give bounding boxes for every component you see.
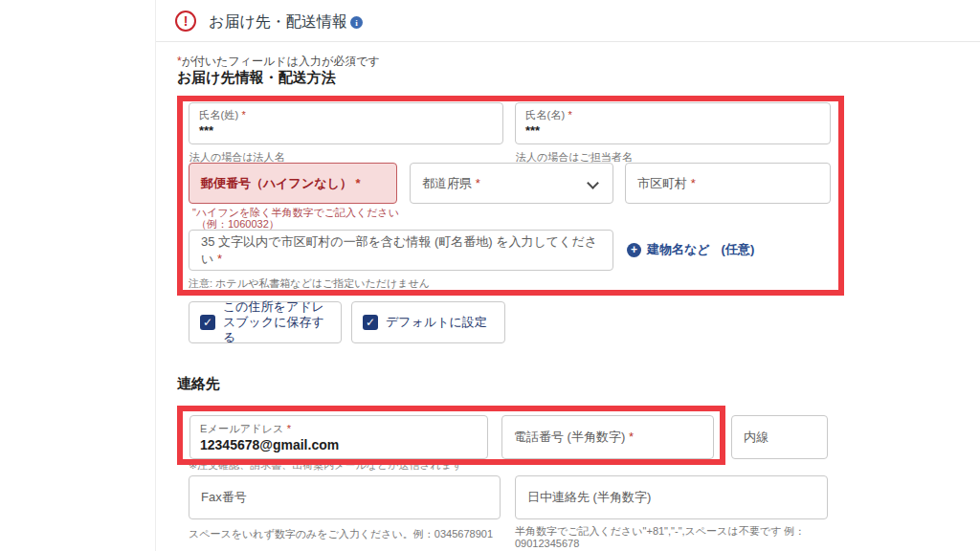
city-field[interactable]: 市区町村 * <box>625 163 831 204</box>
address-placeholder: 35 文字以内で市区町村の一部を含む情報 (町名番地) を入力してください * <box>201 233 601 268</box>
section-title: お届け先・配送情報 <box>209 12 347 33</box>
error-exclamation-icon: ! <box>175 11 196 32</box>
add-building-name-link[interactable]: + 建物名など (任意) <box>627 241 754 258</box>
postal-code-field[interactable]: 郵便番号（ハイフンなし） * <box>189 163 397 204</box>
default-address-checkbox[interactable]: デフォルトに設定 <box>351 301 505 343</box>
last-name-value: *** <box>199 123 493 138</box>
checkout-shipping-page: ! お届け先・配送情報 i *が付いたフィールドは入力が必須です お届け先情報・… <box>0 0 980 551</box>
extension-label: 内線 <box>744 429 768 446</box>
daytime-phone-label: 日中連絡先 (半角数字) <box>527 489 651 506</box>
address-note: 注意: ホテルや私書箱などはご指定いただけません <box>189 276 430 291</box>
daytime-phone-field[interactable]: 日中連絡先 (半角数字) <box>515 475 828 519</box>
last-name-label: 氏名(姓) * <box>199 108 493 122</box>
email-value: 12345678@gmail.com <box>200 437 478 452</box>
extension-field[interactable]: 内線 <box>731 415 828 459</box>
chevron-down-icon <box>587 177 599 189</box>
email-note: ※注文確認、請求書、出荷案内メールなどが送信されます <box>189 458 463 473</box>
building-link-optional: (任意) <box>722 241 755 258</box>
header-divider <box>156 41 980 42</box>
checkbox-checked-icon <box>363 315 378 330</box>
phone-label: 電話番号 (半角数字) * <box>514 429 634 446</box>
required-fields-note: *が付いたフィールドは入力が必須です <box>177 54 380 70</box>
address-field[interactable]: 35 文字以内で市区町村の一部を含む情報 (町名番地) を入力してください * <box>189 230 613 271</box>
first-name-label: 氏名(名) * <box>525 108 820 122</box>
fax-field[interactable]: Fax番号 <box>189 475 501 519</box>
info-icon[interactable]: i <box>350 16 363 29</box>
daytime-helper-line1: 半角数字でご記入ください"+81","-",スペースは不要です 例： <box>515 524 840 538</box>
last-name-field[interactable]: 氏名(姓) * *** <box>189 102 503 144</box>
email-field[interactable]: Eメールアドレス * 12345678@gmail.com <box>189 415 488 459</box>
prefecture-label: 都道府県 * <box>422 175 480 192</box>
building-link-label: 建物名など <box>647 241 710 258</box>
plus-circle-icon: + <box>627 243 641 257</box>
shipping-heading: お届け先情報・配送方法 <box>177 69 336 87</box>
default-address-label: デフォルトに設定 <box>386 315 487 330</box>
email-label: Eメールアドレス * <box>200 422 478 436</box>
postal-code-label: 郵便番号（ハイフンなし） * <box>201 175 361 192</box>
prefecture-select[interactable]: 都道府県 * <box>410 163 613 204</box>
card-left-border <box>155 0 156 551</box>
fax-helper: スペースをいれず数字のみをご入力ください。例：0345678901 <box>189 527 493 541</box>
phone-field[interactable]: 電話番号 (半角数字) * <box>501 415 714 459</box>
first-name-value: *** <box>525 123 820 138</box>
fax-label: Fax番号 <box>201 489 247 506</box>
first-name-field[interactable]: 氏名(名) * *** <box>515 102 831 144</box>
contact-heading: 連絡先 <box>177 375 220 393</box>
city-label: 市区町村 * <box>637 175 696 192</box>
daytime-helper-line2: 09012345678 <box>515 538 579 549</box>
save-address-label: この住所をアドレスブックに保存する <box>223 299 330 345</box>
checkbox-checked-icon <box>200 315 215 330</box>
save-address-checkbox[interactable]: この住所をアドレスブックに保存する <box>189 301 342 343</box>
